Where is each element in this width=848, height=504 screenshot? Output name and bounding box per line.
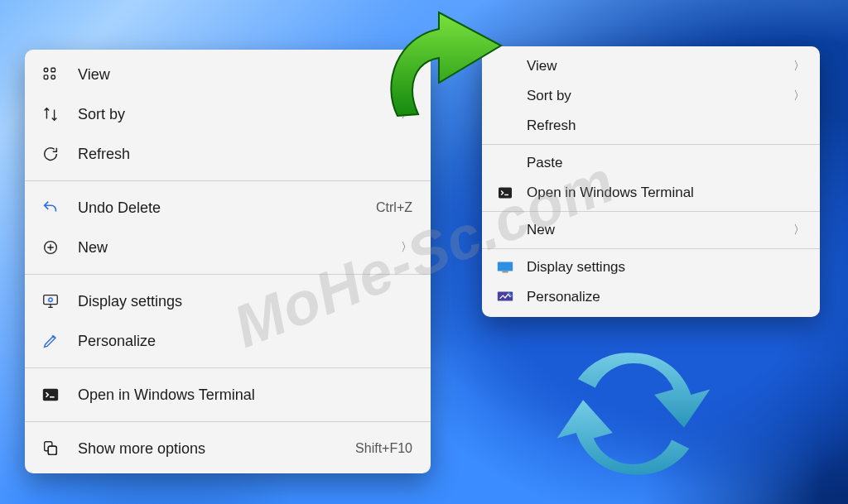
- menu-item-view[interactable]: View: [25, 55, 431, 94]
- menu-item-label: Open in Windows Terminal: [527, 185, 805, 201]
- svg-rect-9: [48, 446, 56, 454]
- context-menu-modern: View Sort by 〉 Refresh Undo Delete Ctrl+…: [25, 50, 431, 473]
- menu-item-label: Personalize: [78, 333, 412, 350]
- svg-rect-5: [44, 295, 58, 305]
- terminal-icon: [495, 185, 515, 201]
- menu-item-label: Sort by: [78, 106, 374, 123]
- svg-rect-2: [44, 75, 48, 79]
- menu-item-personalize[interactable]: Personalize: [482, 282, 820, 312]
- personalize-icon: [495, 289, 515, 305]
- menu-item-label: Display settings: [78, 293, 412, 310]
- menu-item-label: View: [527, 58, 772, 74]
- blank-icon: [495, 118, 515, 134]
- menu-item-personalize[interactable]: Personalize: [25, 321, 431, 361]
- menu-separator: [482, 211, 820, 212]
- menu-item-sort-by[interactable]: Sort by 〉: [25, 94, 431, 134]
- menu-item-new[interactable]: New 〉: [25, 228, 431, 267]
- svg-rect-12: [498, 262, 513, 271]
- menu-item-display-settings[interactable]: Display settings: [25, 281, 431, 321]
- svg-point-6: [49, 298, 52, 301]
- menu-item-refresh[interactable]: Refresh: [482, 111, 820, 141]
- grid-icon: [40, 65, 61, 84]
- menu-item-show-more-options[interactable]: Show more options Shift+F10: [25, 429, 431, 468]
- menu-separator: [25, 421, 431, 422]
- menu-item-view[interactable]: View 〉: [482, 51, 820, 81]
- display-icon: [495, 259, 515, 276]
- blank-icon: [495, 88, 515, 104]
- menu-item-refresh[interactable]: Refresh: [25, 134, 431, 174]
- terminal-icon: [40, 385, 61, 405]
- sort-icon: [40, 104, 61, 124]
- menu-item-label: Paste: [527, 155, 805, 171]
- svg-point-0: [44, 68, 48, 72]
- menu-item-sort-by[interactable]: Sort by 〉: [482, 81, 820, 111]
- menu-item-label: Open in Windows Terminal: [78, 386, 412, 404]
- menu-item-open-terminal[interactable]: Open in Windows Terminal: [25, 375, 431, 415]
- chevron-right-icon: 〉: [391, 240, 412, 255]
- menu-separator: [482, 144, 820, 145]
- blank-icon: [495, 222, 515, 238]
- refresh-icon: [40, 144, 61, 164]
- menu-item-shortcut: Shift+F10: [345, 441, 412, 456]
- menu-item-shortcut: Ctrl+Z: [366, 200, 412, 215]
- menu-item-label: View: [78, 66, 412, 84]
- pencil-icon: [40, 331, 61, 351]
- blank-icon: [495, 58, 515, 74]
- svg-rect-11: [499, 188, 512, 199]
- menu-item-label: Show more options: [78, 440, 329, 458]
- menu-item-label: Personalize: [527, 289, 805, 305]
- chevron-right-icon: 〉: [783, 59, 805, 74]
- svg-rect-7: [43, 389, 58, 401]
- menu-item-label: Undo Delete: [78, 199, 349, 217]
- menu-item-open-terminal[interactable]: Open in Windows Terminal: [482, 178, 820, 208]
- chevron-right-icon: 〉: [783, 223, 805, 238]
- blank-icon: [495, 155, 515, 171]
- menu-separator: [482, 248, 820, 249]
- chevron-right-icon: 〉: [391, 107, 412, 122]
- menu-item-new[interactable]: New 〉: [482, 215, 820, 245]
- display-settings-icon: [40, 291, 61, 311]
- menu-item-undo-delete[interactable]: Undo Delete Ctrl+Z: [25, 188, 431, 228]
- show-more-icon: [40, 439, 61, 458]
- menu-separator: [25, 180, 431, 181]
- context-menu-classic: View 〉 Sort by 〉 Refresh Paste Open in W…: [482, 46, 820, 317]
- menu-item-label: New: [527, 222, 772, 238]
- menu-item-label: Sort by: [527, 88, 772, 104]
- menu-separator: [25, 367, 431, 368]
- menu-item-label: Display settings: [527, 259, 805, 276]
- chevron-right-icon: 〉: [783, 89, 805, 103]
- menu-item-label: Refresh: [527, 118, 805, 134]
- svg-rect-1: [51, 68, 55, 72]
- svg-rect-13: [502, 271, 508, 273]
- svg-point-3: [51, 75, 55, 79]
- menu-item-display-settings[interactable]: Display settings: [482, 252, 820, 282]
- undo-icon: [40, 198, 61, 218]
- menu-item-label: New: [78, 239, 374, 257]
- menu-item-label: Refresh: [78, 146, 412, 163]
- menu-separator: [25, 274, 431, 275]
- plus-circle-icon: [40, 238, 61, 257]
- menu-item-paste[interactable]: Paste: [482, 148, 820, 178]
